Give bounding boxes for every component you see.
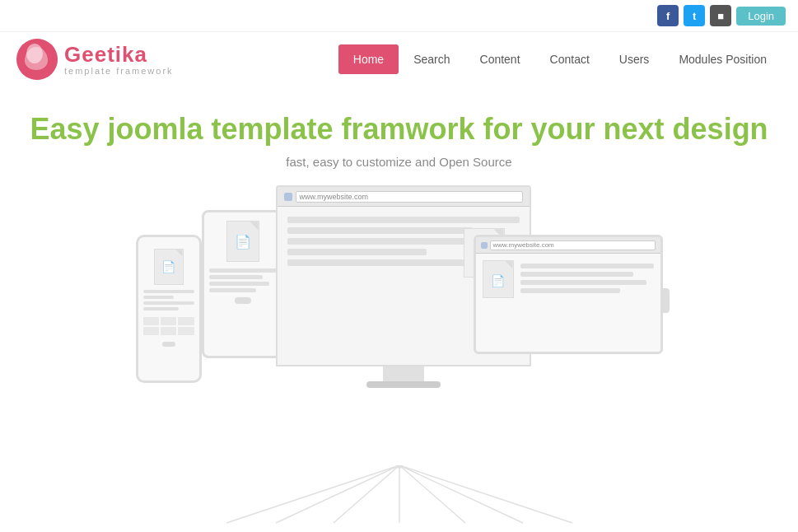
devices-illustration: 📄 � <box>111 185 688 465</box>
tr-content: 📄 <box>476 254 660 305</box>
tablet-right-device: www.mywebsite.com 📄 <box>474 235 663 366</box>
monitor-bar: www.mywebsite.com <box>278 187 530 207</box>
nav-modules[interactable]: Modules Position <box>664 44 782 74</box>
tablet-right-bar: www.mywebsite.com <box>476 237 660 254</box>
svg-line-9 <box>399 465 572 523</box>
monitor-line <box>287 227 474 234</box>
logo-area: Geetika template framework <box>16 39 174 80</box>
tr-line <box>520 264 654 268</box>
phone-doc: 📄 <box>154 249 184 285</box>
main-nav: Home Search Content Contact Users Module… <box>338 44 782 74</box>
hero-section: Easy joomla template framwork for your n… <box>0 86 798 532</box>
tablet-right-frame: www.mywebsite.com 📄 <box>474 235 663 354</box>
phone-line <box>143 290 194 293</box>
other-social-icon[interactable]: ■ <box>710 5 731 26</box>
svg-point-1 <box>26 44 43 63</box>
tr-doc: 📄 <box>483 260 514 298</box>
facebook-icon[interactable]: f <box>657 5 679 26</box>
nav-contact[interactable]: Contact <box>535 44 604 74</box>
tr-lines <box>520 260 654 298</box>
monitor-line <box>287 217 520 223</box>
nav-search[interactable]: Search <box>399 44 464 74</box>
twitter-icon[interactable]: t <box>684 5 705 26</box>
monitor-url: www.mywebsite.com <box>296 191 523 203</box>
header: Geetika template framework Home Search C… <box>0 32 798 86</box>
svg-line-3 <box>226 465 399 523</box>
svg-line-7 <box>399 465 465 523</box>
tablet-doc: 📄 <box>226 221 259 262</box>
tablet-home-btn <box>235 297 251 304</box>
monitor-line <box>287 249 427 255</box>
login-button[interactable]: Login <box>736 7 786 26</box>
nav-home[interactable]: Home <box>338 44 399 74</box>
tr-line <box>520 280 647 285</box>
logo-name: Geetika <box>64 43 174 67</box>
phone-device: 📄 <box>136 235 202 391</box>
hero-subtitle: fast, easy to customize and Open Source <box>16 155 782 169</box>
tablet-line <box>209 275 264 279</box>
tablet-line <box>209 288 256 292</box>
phone-frame: 📄 <box>136 235 202 383</box>
nav-users[interactable]: Users <box>604 44 665 74</box>
tablet-device: 📄 <box>202 210 284 375</box>
tr-dot <box>481 242 488 249</box>
top-bar: f t ■ Login <box>0 0 798 32</box>
nav-content[interactable]: Content <box>465 44 535 74</box>
monitor-dot <box>284 193 292 201</box>
tablet-frame: 📄 <box>202 210 284 358</box>
phone-line <box>143 296 174 299</box>
connections-svg <box>111 465 688 531</box>
phone-home-btn <box>162 342 175 347</box>
monitor-stand-stem <box>383 366 424 381</box>
monitor-line <box>287 259 474 266</box>
tablet-line <box>209 268 277 273</box>
hero-title: Easy joomla template framwork for your n… <box>16 111 782 147</box>
logo-sub: template framework <box>64 66 174 76</box>
phone-grid <box>143 317 194 335</box>
logo-svg <box>16 39 58 80</box>
tr-url: www.mywebsite.com <box>490 240 656 250</box>
phone-line <box>143 301 194 305</box>
tablet-line <box>209 282 270 286</box>
svg-line-8 <box>399 465 523 523</box>
logo-icon <box>16 39 58 80</box>
phone-line <box>143 307 179 310</box>
connections-area <box>111 465 688 531</box>
tr-line <box>520 288 621 293</box>
logo-text: Geetika template framework <box>64 43 174 77</box>
svg-line-4 <box>276 465 399 523</box>
tablet-right-button <box>661 288 670 313</box>
tr-line <box>520 272 634 277</box>
monitor-stand-base <box>366 381 441 388</box>
svg-line-5 <box>334 465 399 523</box>
